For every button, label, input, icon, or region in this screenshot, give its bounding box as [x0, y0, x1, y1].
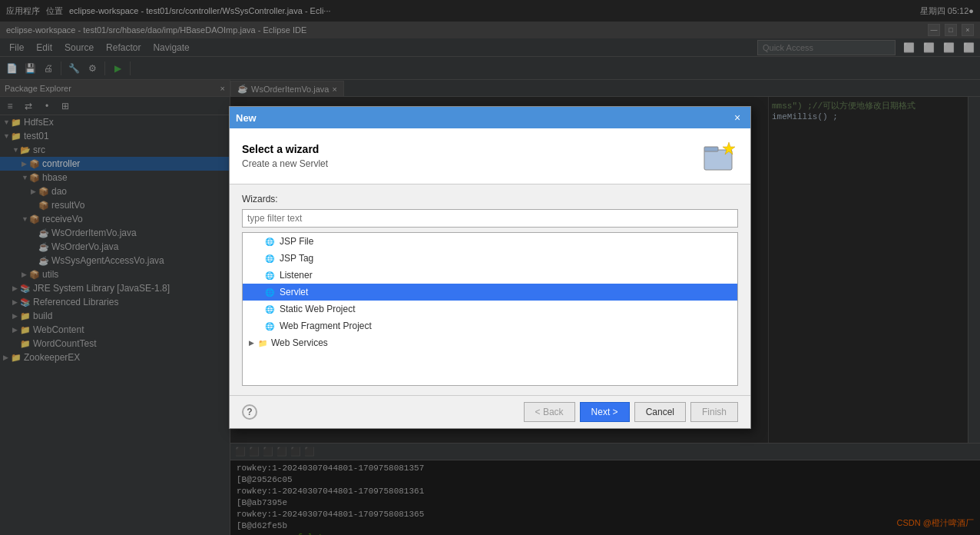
footer-buttons: < Back Next > Cancel Finish	[524, 402, 738, 422]
static-web-icon: 🌐	[264, 304, 275, 314]
dialog-close-button[interactable]: ×	[730, 111, 744, 125]
wizard-item-servlet[interactable]: 🌐 Servlet	[243, 284, 737, 301]
wizard-item-jsp-tag[interactable]: 🌐 JSP Tag	[243, 250, 737, 267]
new-wizard-dialog: New × Select a wizard Create a new Servl…	[229, 106, 751, 429]
filter-input[interactable]	[242, 209, 738, 228]
jsp-file-icon: 🌐	[264, 236, 275, 247]
wizard-item-label: Servlet	[280, 287, 308, 297]
back-button[interactable]: < Back	[524, 402, 575, 422]
web-fragment-icon: 🌐	[264, 321, 275, 331]
dialog-body: Wizards: 🌐 JSP File 🌐 JSP Tag 🌐 Listener	[230, 184, 750, 395]
wizard-svg-icon	[703, 139, 737, 173]
wizard-item-label: Web Fragment Project	[280, 321, 372, 331]
dialog-footer: ? < Back Next > Cancel Finish	[230, 395, 750, 428]
servlet-icon: 🌐	[264, 287, 275, 297]
next-button[interactable]: Next >	[580, 402, 630, 422]
svg-rect-1	[704, 147, 718, 151]
wizard-item-label: JSP Tag	[280, 253, 313, 264]
dialog-header: Select a wizard Create a new Servlet	[230, 128, 750, 184]
dialog-overlay: New × Select a wizard Create a new Servl…	[0, 0, 980, 535]
wizard-category-label: Web Services	[271, 337, 328, 348]
wizard-item-static-web[interactable]: 🌐 Static Web Project	[243, 301, 737, 317]
finish-button[interactable]: Finish	[690, 402, 738, 422]
wizard-category-web-services[interactable]: ▶ 📁 Web Services	[243, 334, 737, 351]
wizard-item-jsp-file[interactable]: 🌐 JSP File	[243, 233, 737, 250]
cancel-button[interactable]: Cancel	[634, 402, 686, 422]
wizard-item-label: JSP File	[280, 236, 313, 247]
dialog-header-desc: Create a new Servlet	[242, 158, 328, 169]
wizard-item-listener[interactable]: 🌐 Listener	[243, 267, 737, 284]
wizards-label: Wizards:	[242, 194, 738, 204]
jsp-tag-icon: 🌐	[264, 253, 275, 264]
web-services-arrow-icon: ▶	[249, 339, 254, 347]
wizard-item-label: Static Web Project	[280, 304, 355, 314]
dialog-header-title: Select a wizard	[242, 143, 328, 155]
listener-icon: 🌐	[264, 270, 275, 281]
dialog-header-icon	[701, 138, 738, 174]
wizard-list[interactable]: 🌐 JSP File 🌐 JSP Tag 🌐 Listener 🌐 Servle…	[242, 232, 738, 386]
dialog-header-text: Select a wizard Create a new Servlet	[242, 143, 328, 169]
dialog-title: New	[236, 112, 257, 124]
dialog-titlebar: New ×	[230, 107, 750, 128]
wizard-item-web-fragment[interactable]: 🌐 Web Fragment Project	[243, 317, 737, 334]
wizard-item-label: Listener	[280, 270, 313, 281]
svg-rect-0	[704, 150, 732, 170]
web-services-folder-icon: 📁	[257, 337, 268, 348]
help-button[interactable]: ?	[242, 404, 257, 420]
